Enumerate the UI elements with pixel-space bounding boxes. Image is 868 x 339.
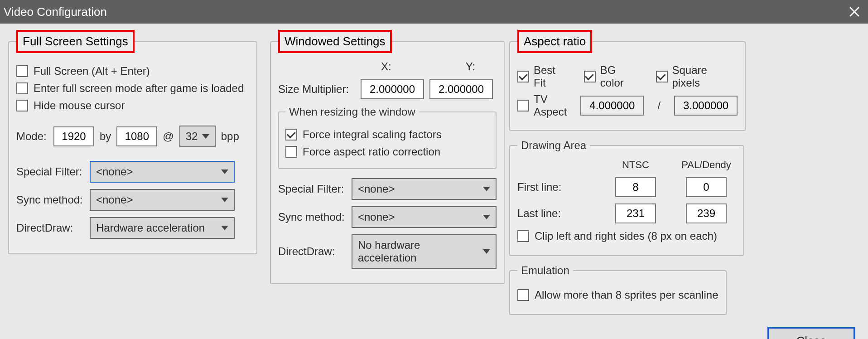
fs-sync-method-select[interactable]: <none> [90,189,235,211]
last-line-pal-input[interactable] [686,203,727,223]
last-line-ntsc-input[interactable] [615,203,656,223]
ntsc-header: NTSC [622,159,649,171]
content-area: Full Screen Settings Full Screen (Alt + … [0,24,868,323]
aspect-legend: Aspect ratio [517,30,592,53]
fullscreen-checkbox-label: Full Screen (Alt + Enter) [34,65,150,77]
win-special-filter-label: Special Filter: [278,183,346,195]
first-line-pal-input[interactable] [686,177,727,197]
bpp-suffix: bpp [221,130,239,143]
square-pixels-checkbox[interactable] [656,71,668,82]
win-sync-method-select[interactable]: <none> [352,206,497,228]
drawing-legend: Drawing Area [517,139,590,152]
fs-directdraw-select[interactable]: Hardware acceleration [90,217,235,239]
size-y-input[interactable] [429,79,493,99]
enter-after-load-checkbox[interactable] [16,82,28,94]
first-line-label: First line: [517,181,561,194]
resizing-legend: When resizing the window [285,106,419,118]
clip-sides-label: Clip left and right sides (8 px on each) [535,230,717,242]
aspect-ratio-group: Aspect ratio Best Fit BG color Square pi… [509,30,746,131]
best-fit-label: Best Fit [534,64,570,89]
force-integral-checkbox[interactable] [285,129,297,140]
tv-aspect-checkbox[interactable] [517,100,529,111]
first-line-ntsc-input[interactable] [615,177,656,197]
size-x-input[interactable] [361,79,424,99]
x-header: X: [381,60,391,73]
size-multiplier-label: Size Multiplier: [278,83,355,96]
windowed-legend: Windowed Settings [278,30,392,53]
fs-special-filter-label: Special Filter: [16,165,84,178]
clip-sides-checkbox[interactable] [517,230,529,242]
win-directdraw-label: DirectDraw: [278,245,346,258]
force-aspect-label: Force aspect ratio correction [303,145,440,158]
y-header: Y: [466,60,475,73]
fs-special-filter-select[interactable]: <none> [90,161,235,183]
fullscreen-legend: Full Screen Settings [16,30,135,53]
fs-directdraw-label: DirectDraw: [16,222,84,234]
mode-height-input[interactable] [116,126,157,146]
mode-width-input[interactable] [53,126,94,146]
last-line-label: Last line: [517,207,561,220]
pal-header: PAL/Dendy [681,159,731,171]
force-integral-label: Force integral scaling factors [303,128,442,141]
mode-by-label: by [100,130,111,143]
mode-label: Mode: [16,130,48,143]
best-fit-checkbox[interactable] [517,71,529,82]
bg-color-label: BG color [600,64,642,89]
sprites-label: Allow more than 8 sprites per scanline [535,289,719,301]
bg-color-checkbox[interactable] [584,71,596,82]
square-pixels-label: Square pixels [672,64,738,89]
hide-mouse-checkbox[interactable] [16,100,28,111]
tv-aspect-b-input[interactable] [674,96,738,116]
window-title: Video Configuration [4,5,107,19]
resizing-group: When resizing the window Force integral … [278,106,497,169]
force-aspect-checkbox[interactable] [285,146,297,158]
tv-aspect-label: TV Aspect [534,93,567,118]
win-directdraw-select[interactable]: No hardware acceleration [352,234,497,269]
win-special-filter-select[interactable]: <none> [352,178,497,200]
fullscreen-group: Full Screen Settings Full Screen (Alt + … [8,30,257,254]
hide-mouse-label: Hide mouse cursor [34,99,125,112]
emulation-group: Emulation Allow more than 8 sprites per … [509,264,727,315]
fs-sync-method-label: Sync method: [16,194,84,206]
win-sync-method-label: Sync method: [278,211,346,223]
windowed-group: Windowed Settings X: Y: Size Multiplier:… [270,30,505,284]
sprites-checkbox[interactable] [517,289,529,301]
footer: Close [0,323,868,339]
close-icon[interactable] [844,2,864,22]
close-button[interactable]: Close [767,327,855,339]
enter-after-load-label: Enter full screen mode after game is loa… [34,82,244,95]
bpp-select[interactable]: 32 [179,126,216,147]
fullscreen-checkbox[interactable] [16,65,28,77]
right-column: Aspect ratio Best Fit BG color Square pi… [509,30,727,323]
fullscreen-column: Full Screen Settings Full Screen (Alt + … [8,30,257,323]
tv-aspect-slash: / [657,99,661,112]
emulation-legend: Emulation [517,264,573,277]
titlebar: Video Configuration [0,0,868,24]
windowed-column: Windowed Settings X: Y: Size Multiplier:… [270,30,497,323]
drawing-area-group: Drawing Area NTSC PAL/Dendy First line: … [509,139,744,256]
tv-aspect-a-input[interactable] [580,96,644,116]
mode-at-label: @ [163,130,174,143]
